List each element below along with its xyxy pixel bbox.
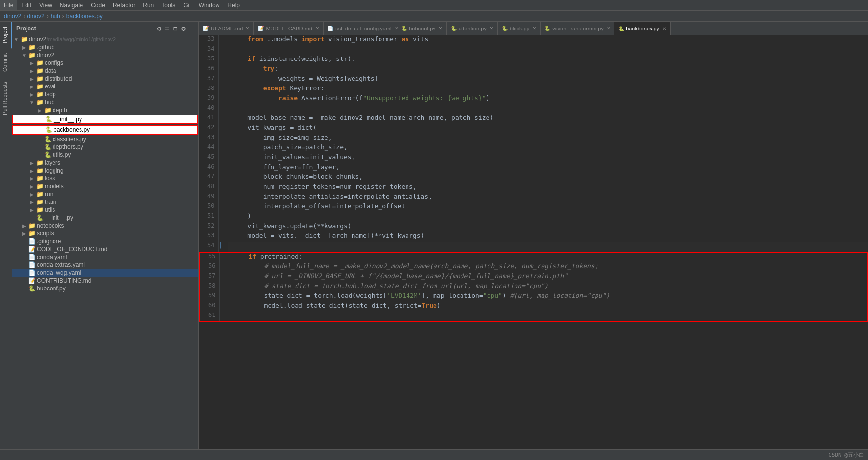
line-content-40[interactable] — [228, 104, 868, 114]
tree-github[interactable]: ▶ 📁 .github — [12, 43, 198, 51]
line-content-36[interactable]: try: — [228, 65, 868, 75]
tree-run[interactable]: ▶ 📁 run — [12, 190, 198, 198]
menu-navigate[interactable]: Navigate — [56, 0, 87, 10]
tab-ssl-config[interactable]: 📄 ssl_default_config.yaml ✕ — [324, 22, 397, 35]
menu-view[interactable]: View — [35, 0, 56, 10]
line-content-57[interactable]: # url = _DINOV2_BASE_URL + f"/{model_bas… — [229, 272, 867, 282]
tab-block[interactable]: 🐍 block.py ✕ — [498, 22, 541, 35]
tree-depthers[interactable]: 🐍 depthers.py — [12, 143, 198, 151]
panel-icon-close[interactable]: — — [189, 24, 194, 33]
tab-backbones[interactable]: 🐍 backbones.py ✕ — [614, 22, 671, 35]
line-content-52[interactable]: vit_kwargs.update(**kwargs) — [228, 222, 868, 232]
tree-train[interactable]: ▶ 📁 train — [12, 198, 198, 206]
tree-scripts[interactable]: ▶ 📁 scripts — [12, 230, 198, 237]
tab-vision-transformer[interactable]: 🐍 vision_transformer.py ✕ — [541, 22, 614, 35]
line-content-51[interactable]: ) — [228, 212, 868, 222]
line-content-41[interactable]: model_base_name = _make_dinov2_model_nam… — [228, 114, 868, 124]
tab-close-readme[interactable]: ✕ — [245, 26, 249, 31]
menu-code[interactable]: Code — [87, 0, 109, 10]
tab-close-hubconf[interactable]: ✕ — [438, 26, 442, 31]
line-content-48[interactable]: num_register_tokens=num_register_tokens, — [228, 183, 868, 193]
tab-close-block[interactable]: ✕ — [532, 26, 536, 31]
panel-icon-collapse[interactable]: ≡ — [164, 24, 170, 33]
tab-attention[interactable]: 🐍 attention.py ✕ — [447, 22, 498, 35]
breadcrumb-hub[interactable]: hub — [51, 13, 60, 20]
line-content-58[interactable]: # state_dict = torch.hub.load_state_dict… — [229, 282, 867, 292]
tree-code-of-conduct[interactable]: 📝 CODE_OF_CONDUCT.md — [12, 245, 198, 253]
tree-fsdp[interactable]: ▶ 📁 fsdp — [12, 90, 198, 98]
tree-logging[interactable]: ▶ 📁 logging — [12, 167, 198, 174]
line-content-45[interactable]: init_values=init_values, — [228, 153, 868, 163]
line-content-50[interactable]: interpolate_offset=interpolate_offset, — [228, 202, 868, 212]
line-content-37[interactable]: weights = Weights[weights] — [228, 75, 868, 85]
line-content-47[interactable]: block_chunks=block_chunks, — [228, 173, 868, 183]
tree-backbones[interactable]: 🐍 backbones.py — [12, 125, 198, 135]
sidebar-tab-project[interactable]: Project — [0, 22, 12, 48]
line-content-44[interactable]: patch_size=patch_size, — [228, 144, 868, 153]
tree-dinov2-root[interactable]: ▼ 📁 dinov2 /media/wqg/minio1/git/dinov2 — [12, 35, 198, 43]
tab-readme[interactable]: 📝 README.md ✕ — [199, 22, 254, 35]
line-content-38[interactable]: except KeyError: — [228, 85, 868, 94]
tree-dinov2-init[interactable]: 🐍 __init__.py — [12, 214, 198, 222]
line-content-43[interactable]: img_size=img_size, — [228, 134, 868, 144]
tree-classifiers[interactable]: 🐍 classifiers.py — [12, 135, 198, 143]
sidebar-tab-commit[interactable]: Commit — [0, 48, 12, 77]
tree-dinov2[interactable]: ▼ 📁 dinov2 — [12, 51, 198, 59]
tab-close-attention[interactable]: ✕ — [489, 26, 493, 31]
tree-utils[interactable]: ▶ 📁 utils — [12, 206, 198, 214]
sidebar-tab-pull-requests[interactable]: Pull Requests — [0, 77, 12, 120]
tree-conda-wqg-yaml[interactable]: 📄 conda_wqg.yaml — [12, 269, 198, 277]
tree-hub-init[interactable]: 🐍 __init__.py — [12, 115, 198, 124]
tree-layers[interactable]: ▶ 📁 layers — [12, 159, 198, 167]
tab-close-model-card[interactable]: ✕ — [315, 26, 319, 31]
line-content-49[interactable]: interpolate_antialias=interpolate_antial… — [228, 193, 868, 202]
panel-icon-settings[interactable]: ⚙ — [156, 24, 162, 33]
tree-models[interactable]: ▶ 📁 models — [12, 182, 198, 190]
menu-help[interactable]: Help — [223, 0, 244, 10]
tree-conda-yaml[interactable]: 📄 conda.yaml — [12, 253, 198, 261]
line-content-56[interactable]: # model_full_name = _make_dinov2_model_n… — [229, 262, 867, 272]
line-content-39[interactable]: raise AssertionError(f"Unsupported weigh… — [228, 94, 868, 104]
tab-close-vision-transformer[interactable]: ✕ — [607, 26, 611, 31]
menu-file[interactable]: File — [0, 0, 17, 10]
code-editor[interactable]: 33 from ..models import vision_transform… — [199, 35, 868, 449]
tree-data[interactable]: ▶ 📁 data — [12, 67, 198, 75]
tree-contributing[interactable]: 📝 CONTRIBUTING.md — [12, 277, 198, 285]
menu-refactor[interactable]: Refactor — [109, 0, 139, 10]
line-content-54[interactable] — [228, 242, 868, 252]
tree-notebooks[interactable]: ▶ 📁 notebooks — [12, 222, 198, 230]
tree-configs[interactable]: ▶ 📁 configs — [12, 59, 198, 67]
line-content-61[interactable] — [229, 312, 867, 321]
line-content-53[interactable]: model = vits.__dict__[arch_name](**vit_k… — [228, 232, 868, 242]
tree-hubconf-py[interactable]: 🐍 hubconf.py — [12, 285, 198, 292]
line-content-59[interactable]: state_dict = torch.load(weights['LVD142M… — [229, 292, 867, 302]
panel-icon-filter[interactable]: ⊟ — [172, 24, 178, 33]
menu-tools[interactable]: Tools — [158, 0, 179, 10]
line-content-42[interactable]: vit_kwargs = dict( — [228, 124, 868, 134]
line-content-33[interactable]: from ..models import vision_transformer … — [228, 35, 868, 45]
menu-git[interactable]: Git — [179, 0, 194, 10]
line-content-34[interactable] — [228, 45, 868, 55]
tree-eval[interactable]: ▶ 📁 eval — [12, 83, 198, 90]
tree-hub-utils[interactable]: 🐍 utils.py — [12, 151, 198, 159]
tab-model-card[interactable]: 📝 MODEL_CARD.md ✕ — [254, 22, 324, 35]
tab-close-backbones[interactable]: ✕ — [662, 26, 666, 31]
breadcrumb-dinov2-root[interactable]: dinov2 — [4, 13, 21, 20]
menu-edit[interactable]: Edit — [17, 0, 35, 10]
menu-run[interactable]: Run — [139, 0, 158, 10]
tree-depth[interactable]: ▶ 📁 depth — [12, 106, 198, 114]
tree-conda-extras-yaml[interactable]: 📄 conda-extras.yaml — [12, 261, 198, 269]
tree-distributed[interactable]: ▶ 📁 distributed — [12, 75, 198, 83]
menu-window[interactable]: Window — [195, 0, 224, 10]
tab-hubconf[interactable]: 🐍 hubconf.py ✕ — [397, 22, 447, 35]
panel-icon-gear[interactable]: ⚙ — [180, 24, 186, 33]
tree-hub[interactable]: ▼ 📁 hub — [12, 98, 198, 106]
breadcrumb-backbones[interactable]: backbones.py — [66, 13, 103, 20]
line-content-35[interactable]: if isinstance(weights, str): — [228, 55, 868, 65]
breadcrumb-dinov2[interactable]: dinov2 — [27, 13, 44, 20]
line-content-60[interactable]: model.load_state_dict(state_dict, strict… — [229, 302, 867, 312]
tree-gitignore[interactable]: 📄 .gitignore — [12, 237, 198, 245]
line-content-46[interactable]: ffn_layer=ffn_layer, — [228, 163, 868, 173]
line-content-55[interactable]: if pretrained: — [229, 253, 867, 262]
tree-loss[interactable]: ▶ 📁 loss — [12, 174, 198, 182]
